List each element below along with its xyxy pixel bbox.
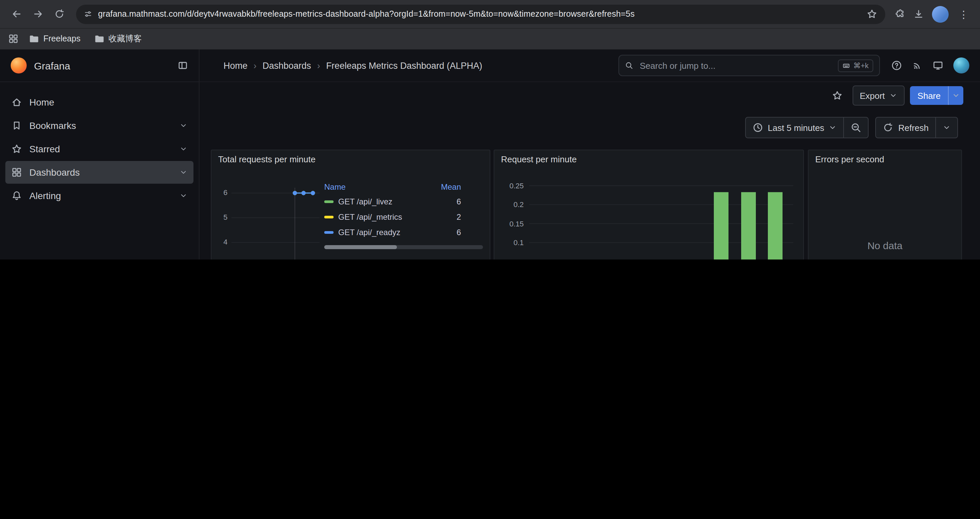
bookmarks-bar: Freeleaps 收藏博客 — [0, 28, 980, 50]
panel-total-requests-per-minute: Total requests per minute NameMeanGET /a… — [211, 150, 490, 260]
grafana-app: Grafana HomeBookmarksStarredDashboardsAl… — [0, 50, 980, 260]
help-icon[interactable] — [891, 60, 902, 71]
chevron-down-icon[interactable] — [180, 121, 188, 129]
search-shortcut: ⌘+k — [838, 59, 873, 72]
refresh-interval-dropdown[interactable] — [935, 118, 957, 137]
home-icon — [11, 97, 22, 107]
back-button[interactable] — [7, 4, 27, 24]
url-text[interactable]: grafana.mathmast.com/d/deytv4rwavabkb/fr… — [98, 10, 861, 19]
time-range-picker[interactable]: Last 5 minutes — [746, 118, 843, 137]
bar-chart — [494, 150, 803, 260]
legend-value: 6 — [421, 197, 461, 206]
share-split-button: Share — [910, 86, 963, 105]
chevron-down-icon[interactable] — [180, 192, 188, 200]
back-icon — [11, 9, 22, 19]
refresh-icon — [883, 122, 894, 133]
sidebar-item-label: Dashboards — [29, 167, 80, 178]
dashboard-grid: Total requests per minute NameMeanGET /a… — [199, 138, 980, 260]
sidebar-item-starred[interactable]: Starred — [5, 137, 194, 160]
star-icon — [11, 144, 22, 154]
top-navbar: Home›Dashboards›Freeleaps Metrics Dashbo… — [199, 50, 980, 82]
refresh-label: Refresh — [898, 123, 929, 133]
search-box[interactable]: ⌘+k — [619, 55, 880, 76]
site-settings-icon[interactable] — [84, 10, 92, 18]
favorite-dashboard-button[interactable] — [827, 86, 847, 105]
breadcrumb-item[interactable]: Dashboards — [262, 61, 311, 70]
legend-table: NameMeanGET /api/_livez6GET /api/_metric… — [324, 180, 483, 240]
time-range-label: Last 5 minutes — [768, 123, 824, 133]
star-icon — [832, 90, 842, 101]
bell-icon — [11, 190, 22, 201]
chevron-down-icon[interactable] — [180, 168, 188, 176]
refresh-button[interactable]: Refresh — [876, 118, 935, 137]
legend-row[interactable]: GET /api/_livez6 — [324, 194, 483, 209]
panel-errors-per-second: Errors per second No data — [808, 150, 962, 260]
clock-icon — [752, 122, 763, 133]
chevron-down-icon — [889, 91, 897, 99]
legend-row[interactable]: GET /api/_readyz6 — [324, 224, 483, 240]
news-rss-icon[interactable] — [912, 60, 923, 71]
reload-icon — [54, 9, 65, 19]
browser-actions: ⋮ — [892, 6, 973, 22]
sidebar-item-label: Bookmarks — [29, 120, 76, 131]
forward-icon — [33, 9, 43, 19]
sidebar: Grafana HomeBookmarksStarredDashboardsAl… — [0, 50, 199, 260]
address-bar[interactable]: grafana.mathmast.com/d/deytv4rwavabkb/fr… — [76, 4, 885, 24]
share-menu-button[interactable] — [948, 86, 963, 105]
keyboard-icon — [843, 62, 850, 69]
legend-row[interactable]: GET /api/_metrics2 — [324, 209, 483, 224]
reload-button[interactable] — [49, 4, 69, 24]
panel-title[interactable]: Errors per second — [808, 154, 884, 164]
breadcrumb-item[interactable]: Home — [223, 61, 248, 70]
chevron-down-icon[interactable] — [180, 145, 188, 153]
browser-menu-icon[interactable]: ⋮ — [957, 9, 970, 19]
user-avatar[interactable] — [953, 57, 969, 73]
breadcrumb-separator: › — [253, 61, 256, 70]
sidebar-item-bookmarks[interactable]: Bookmarks — [5, 114, 194, 137]
folder-icon — [29, 34, 39, 44]
grafana-logo[interactable] — [11, 57, 27, 73]
legend-header-name: Name — [324, 182, 421, 192]
sidebar-item-alerting[interactable]: Alerting — [5, 184, 194, 207]
legend-scrollbar[interactable] — [324, 245, 483, 249]
browser-profile-avatar[interactable] — [932, 6, 949, 22]
sidebar-header: Grafana — [0, 50, 199, 82]
chevron-down-icon — [829, 124, 837, 132]
bookmark-folder-freeleaps[interactable]: Freeleaps — [25, 31, 84, 46]
topnav-icons — [891, 57, 969, 73]
axis-tick: 0.2 — [494, 201, 524, 209]
panel-request-per-minute: Request per minute 2xx Mean: 0.233 Max: … — [494, 150, 804, 260]
extensions-icon[interactable] — [895, 9, 905, 19]
collapse-sidebar-icon[interactable] — [177, 60, 188, 71]
breadcrumb-item: Freeleaps Metrics Dashboard (ALPHA) — [326, 61, 482, 70]
legend-value: 2 — [421, 212, 461, 222]
kiosk-monitor-icon[interactable] — [932, 60, 943, 71]
sidebar-item-label: Alerting — [29, 190, 61, 201]
apps-grid-icon[interactable] — [8, 34, 19, 44]
axis-tick: 6 — [212, 188, 228, 196]
export-button[interactable]: Export — [852, 86, 905, 105]
zoom-out-button[interactable] — [843, 118, 868, 137]
browser-toolbar: grafana.mathmast.com/d/deytv4rwavabkb/fr… — [0, 0, 980, 28]
main-area: Home›Dashboards›Freeleaps Metrics Dashbo… — [199, 50, 980, 260]
bookmark-label: Freeleaps — [43, 34, 80, 43]
folder-icon — [94, 34, 104, 44]
share-button[interactable]: Share — [910, 86, 948, 105]
bookmark-icon — [11, 120, 22, 131]
legend-sort-header[interactable]: Mean — [421, 182, 461, 192]
legend-value: 6 — [421, 227, 461, 237]
axis-tick: 0.15 — [494, 220, 524, 228]
sidebar-item-dashboards[interactable]: Dashboards — [5, 161, 194, 184]
forward-button[interactable] — [28, 4, 48, 24]
sidebar-item-home[interactable]: Home — [5, 91, 194, 113]
search-input[interactable] — [638, 60, 832, 71]
chevron-down-icon — [952, 91, 960, 99]
no-data-message: No data — [808, 168, 961, 260]
time-controls: Last 5 minutes Refresh — [199, 117, 980, 138]
bookmark-folder-blogs[interactable]: 收藏博客 — [91, 31, 145, 46]
scrollbar-thumb[interactable] — [324, 245, 397, 249]
axis-tick: 5 — [212, 213, 228, 221]
bookmark-star-icon[interactable] — [867, 9, 877, 19]
bookmark-label: 收藏博客 — [108, 33, 142, 45]
downloads-icon[interactable] — [913, 9, 924, 19]
